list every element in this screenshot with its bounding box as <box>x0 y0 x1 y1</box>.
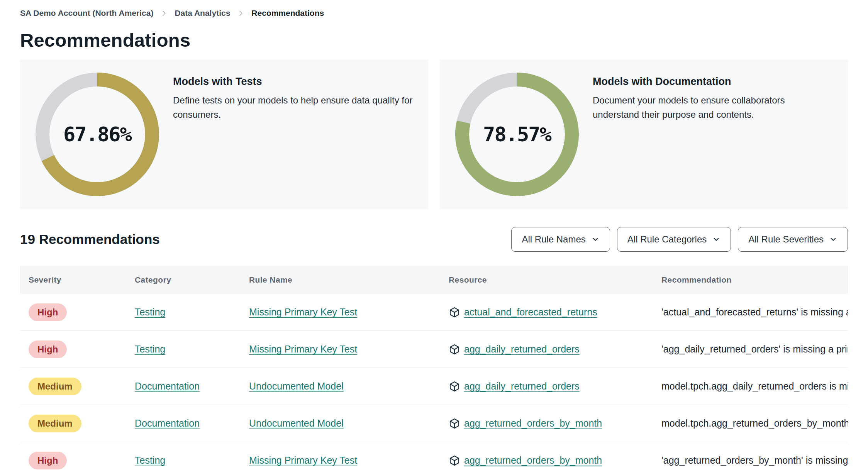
severity-badge: High <box>29 341 67 358</box>
filter-dropdown-all-rule-names[interactable]: All Rule Names <box>511 227 610 252</box>
table-row: Medium Documentation Undocumented Model … <box>20 368 848 405</box>
severity-badge: High <box>29 452 67 469</box>
card-description: Document your models to ensure collabora… <box>593 93 832 122</box>
model-cube-icon <box>449 455 460 466</box>
column-header-severity: Severity <box>20 275 126 285</box>
donut-gauge: 67.86% <box>36 73 159 196</box>
recommendation-text: model.tpch.agg_returned_orders_by_month … <box>653 418 848 429</box>
severity-badge: Medium <box>29 378 81 395</box>
resource-link[interactable]: agg_daily_returned_orders <box>464 344 580 355</box>
model-cube-icon <box>449 418 460 429</box>
severity-badge: High <box>29 303 67 321</box>
recommendations-page: SA Demo Account (North America)Data Anal… <box>0 0 868 471</box>
recommendation-text: 'agg_returned_orders_by_month' is missin… <box>653 455 848 466</box>
breadcrumb: SA Demo Account (North America)Data Anal… <box>20 0 848 18</box>
summary-card: 78.57% Models with Documentation Documen… <box>440 59 848 209</box>
filter-dropdown-all-rule-severities[interactable]: All Rule Severities <box>738 227 848 252</box>
resource-link[interactable]: agg_daily_returned_orders <box>464 381 580 392</box>
model-cube-icon <box>449 381 460 392</box>
table-row: Medium Documentation Undocumented Model … <box>20 405 848 442</box>
filter-dropdown-all-rule-categories[interactable]: All Rule Categories <box>617 227 731 252</box>
rule-name-link[interactable]: Missing Primary Key Test <box>249 455 357 466</box>
recommendations-count: 19 Recommendations <box>20 232 160 247</box>
chevron-down-icon <box>591 235 600 244</box>
recommendation-text: 'agg_daily_returned_orders' is missing a… <box>653 344 848 355</box>
category-link[interactable]: Testing <box>135 455 165 466</box>
table-row: High Testing Missing Primary Key Test ag… <box>20 331 848 368</box>
rule-name-link[interactable]: Undocumented Model <box>249 418 344 429</box>
column-header-recommendation: Recommendation <box>653 275 848 285</box>
resource-link[interactable]: agg_returned_orders_by_month <box>464 418 602 429</box>
column-header-resource: Resource <box>440 275 653 285</box>
card-description: Define tests on your models to help ensu… <box>173 93 413 122</box>
card-title: Models with Documentation <box>593 76 832 88</box>
table-header-row: SeverityCategoryRule NameResourceRecomme… <box>20 266 848 294</box>
chevron-down-icon <box>829 235 837 244</box>
column-header-rule-name: Rule Name <box>241 275 440 285</box>
breadcrumb-current: Recommendations <box>251 8 324 18</box>
summary-cards: 67.86% Models with Tests Define tests on… <box>20 59 848 209</box>
chevron-down-icon <box>712 235 721 244</box>
recommendation-text: model.tpch.agg_daily_returned_orders is … <box>653 381 848 392</box>
category-link[interactable]: Documentation <box>135 381 200 391</box>
category-link[interactable]: Testing <box>135 344 165 354</box>
filter-bar: All Rule Names All Rule Categories All R… <box>511 227 848 252</box>
severity-badge: Medium <box>29 415 81 432</box>
recommendations-table: SeverityCategoryRule NameResourceRecomme… <box>20 266 848 471</box>
breadcrumb-link[interactable]: Data Analytics <box>175 8 230 18</box>
card-title: Models with Tests <box>173 76 413 88</box>
resource-link[interactable]: agg_returned_orders_by_month <box>464 455 602 466</box>
model-cube-icon <box>449 344 460 355</box>
rule-name-link[interactable]: Undocumented Model <box>249 381 344 391</box>
category-link[interactable]: Testing <box>135 307 165 317</box>
column-header-category: Category <box>126 275 241 285</box>
rule-name-link[interactable]: Missing Primary Key Test <box>249 344 357 354</box>
donut-percent-label: 67.86% <box>36 73 159 196</box>
donut-percent-label: 78.57% <box>455 73 579 196</box>
model-cube-icon <box>449 307 460 318</box>
recommendation-text: 'actual_and_forecasted_returns' is missi… <box>653 307 848 318</box>
category-link[interactable]: Documentation <box>135 418 200 429</box>
chevron-right-icon <box>160 10 168 17</box>
breadcrumb-link[interactable]: SA Demo Account (North America) <box>20 8 153 18</box>
table-row: High Testing Missing Primary Key Test ag… <box>20 442 848 471</box>
table-body: High Testing Missing Primary Key Test ac… <box>20 294 848 471</box>
page-title: Recommendations <box>20 29 848 51</box>
summary-card: 67.86% Models with Tests Define tests on… <box>20 59 428 209</box>
resource-link[interactable]: actual_and_forecasted_returns <box>464 307 597 318</box>
chevron-right-icon <box>237 10 244 17</box>
rule-name-link[interactable]: Missing Primary Key Test <box>249 307 357 317</box>
list-header: 19 Recommendations All Rule Names All Ru… <box>20 227 848 252</box>
donut-gauge: 78.57% <box>455 73 579 196</box>
table-row: High Testing Missing Primary Key Test ac… <box>20 294 848 331</box>
